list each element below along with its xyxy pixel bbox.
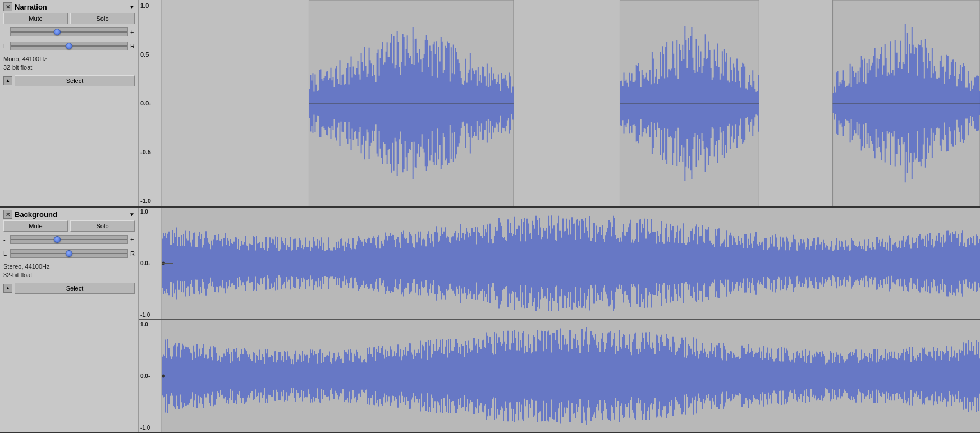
narration-pan-r-label: R <box>130 43 135 49</box>
narration-dropdown-icon[interactable]: ▼ <box>129 4 135 10</box>
background-dropdown-icon[interactable]: ▼ <box>129 211 135 218</box>
background-pan-l-label: L <box>3 250 8 257</box>
narration-select-button[interactable]: Select <box>15 75 135 86</box>
narration-controls: ✕ Narration ▼ Mute Solo - + L R Mono, 44… <box>0 0 139 206</box>
narration-canvas-area <box>162 0 980 206</box>
narration-close-button[interactable]: ✕ <box>3 2 12 11</box>
narration-mute-solo-row: Mute Solo <box>3 13 135 24</box>
narration-select-row: ▲ Select <box>3 75 135 86</box>
background-gain-slider[interactable] <box>10 235 128 244</box>
narration-mute-button[interactable]: Mute <box>3 13 68 24</box>
narration-y-axis: 1.0 0.5 0.0- -0.5 -1.0 <box>139 0 162 206</box>
background-gain-plus-label: + <box>130 236 135 243</box>
narration-gain-minus-label: - <box>3 29 8 35</box>
background-waveform-area: 1.0 0.0- -1.0 1.0 0.0- -1.0 <box>139 208 980 432</box>
background-solo-button[interactable]: Solo <box>70 220 135 232</box>
background-ch2-canvas-area <box>162 320 980 432</box>
background-title: Background <box>15 210 127 219</box>
background-ch2-y-axis: 1.0 0.0- -1.0 <box>139 320 162 432</box>
narration-pan-row: L R <box>3 40 135 52</box>
background-mute-solo-row: Mute Solo <box>3 220 135 232</box>
background-channel2: 1.0 0.0- -1.0 <box>139 320 980 432</box>
background-mute-button[interactable]: Mute <box>3 220 68 232</box>
narration-gain-plus-label: + <box>130 29 135 35</box>
narration-gain-slider[interactable] <box>10 27 128 36</box>
background-format-info: Stereo, 44100Hz 32-bit float <box>3 262 135 280</box>
narration-waveform-canvas <box>162 0 980 206</box>
background-close-button[interactable]: ✕ <box>3 210 12 219</box>
narration-pan-l-label: L <box>3 43 8 49</box>
narration-solo-button[interactable]: Solo <box>70 13 135 24</box>
background-gain-row: - + <box>3 233 135 246</box>
background-ch2-waveform-canvas <box>162 320 980 432</box>
narration-pan-slider[interactable] <box>10 42 128 50</box>
narration-title: Narration <box>15 3 127 11</box>
narration-waveform-area: 1.0 0.5 0.0- -0.5 -1.0 <box>139 0 980 206</box>
background-select-button[interactable]: Select <box>15 283 135 294</box>
narration-gain-row: - + <box>3 26 135 38</box>
narration-collapse-button[interactable]: ▲ <box>3 76 12 85</box>
background-header: ✕ Background ▼ <box>3 210 135 219</box>
narration-track: ✕ Narration ▼ Mute Solo - + L R Mono, 44… <box>0 0 980 208</box>
background-collapse-button[interactable]: ▲ <box>3 284 12 293</box>
background-select-row: ▲ Select <box>3 283 135 294</box>
background-pan-r-label: R <box>130 250 135 257</box>
background-pan-slider[interactable] <box>10 249 128 258</box>
background-ch1-canvas-area <box>162 208 980 319</box>
background-track: ✕ Background ▼ Mute Solo - + L R Stereo,… <box>0 208 980 433</box>
background-channel1: 1.0 0.0- -1.0 <box>139 208 980 320</box>
narration-header: ✕ Narration ▼ <box>3 2 135 11</box>
background-ch1-waveform-canvas <box>162 208 980 319</box>
background-pan-row: L R <box>3 247 135 260</box>
narration-format-info: Mono, 44100Hz 32-bit float <box>3 55 135 72</box>
background-gain-minus-label: - <box>3 236 8 243</box>
background-ch1-y-axis: 1.0 0.0- -1.0 <box>139 208 162 319</box>
background-controls: ✕ Background ▼ Mute Solo - + L R Stereo,… <box>0 208 139 432</box>
